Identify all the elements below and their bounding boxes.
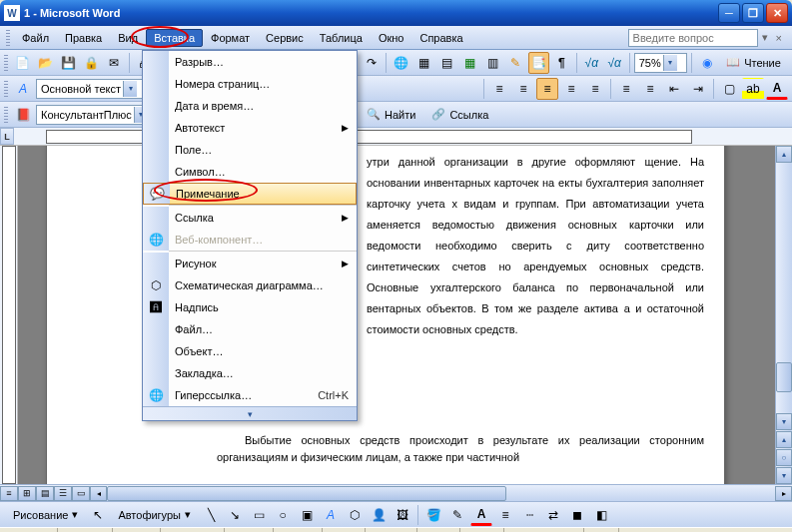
align-justify-button[interactable]: ≡ [536,78,558,100]
permission-button[interactable]: 🔒 [81,52,102,74]
menu-item-comment[interactable]: 💬Примечание [143,183,357,205]
font-color-button[interactable]: A [766,78,788,100]
document-map-button[interactable]: 📑 [528,52,549,74]
toolbar-grip[interactable] [4,107,8,123]
status-trk[interactable]: ИСПР [366,528,417,532]
arrow-button[interactable]: ↘ [224,504,246,526]
status-spell-icon[interactable]: 📖 [584,528,619,532]
clipart-button[interactable]: 👤 [368,504,390,526]
help-question-box[interactable] [628,29,758,47]
save-button[interactable]: 💾 [58,52,79,74]
3d-button[interactable]: ◧ [590,504,612,526]
diagram-button[interactable]: ⬡ [344,504,366,526]
reading-mode-button[interactable]: 📖Чтение [719,52,788,74]
menubar-close[interactable]: × [772,32,786,44]
toolbar-grip[interactable] [6,30,10,46]
menu-help[interactable]: Справка [411,29,470,47]
reading-view-button[interactable]: ▭ [72,486,90,501]
web-view-button[interactable]: ⊞ [18,486,36,501]
menu-tools[interactable]: Сервис [258,29,312,47]
menu-item-page-numbers[interactable]: Номера страниц… [143,73,357,95]
equation-button[interactable]: √α [581,52,602,74]
vertical-scrollbar[interactable]: ▴ ▾ ▴ ○ ▾ [775,146,792,484]
picture-button[interactable]: 🖼 [392,504,413,526]
line-spacing-button[interactable]: ≡ [584,78,606,100]
next-page-button[interactable]: ▾ [776,467,792,484]
font-color-button[interactable]: A [470,504,492,526]
highlight-button[interactable]: ab [742,78,764,100]
menu-edit[interactable]: Правка [57,29,110,47]
drawing-button[interactable]: ✎ [505,52,526,74]
borders-button[interactable]: ▢ [718,78,740,100]
maximize-button[interactable]: ❐ [742,3,764,23]
status-lang[interactable]: русский (Ро [504,528,584,532]
menu-view[interactable]: Вид [110,29,146,47]
open-button[interactable]: 📂 [35,52,56,74]
normal-view-button[interactable]: ≡ [0,486,18,501]
find-button[interactable]: 🔍Найти [360,104,422,126]
redo-button[interactable]: ↷ [361,52,382,74]
tables-borders-button[interactable]: ▦ [413,52,434,74]
consultant-combo[interactable]: КонсультантПлюс▾ [36,105,156,125]
scroll-left-button[interactable]: ◂ [90,486,107,501]
rectangle-button[interactable]: ▭ [248,504,270,526]
excel-button[interactable]: ▦ [459,52,480,74]
drawing-menu-button[interactable]: Рисование ▾ [6,504,85,526]
menu-item-bookmark[interactable]: Закладка… [143,362,357,384]
toolbar-grip[interactable] [4,55,8,71]
document-text[interactable]: утри данной организации в другие оформля… [367,151,704,339]
menu-item-object[interactable]: Объект… [143,340,357,362]
menu-item-field[interactable]: Поле… [143,139,357,161]
align-right-button[interactable]: ≡ [560,78,582,100]
menu-item-date-time[interactable]: Дата и время… [143,95,357,117]
email-button[interactable]: ✉ [104,52,125,74]
line-style-button[interactable]: ≡ [494,504,516,526]
hyperlink-button[interactable]: 🌐 [391,52,411,74]
equation2-button[interactable]: √α [604,52,625,74]
textbox-button[interactable]: ▣ [296,504,318,526]
menubar-dropdown[interactable]: ▾ [758,31,772,44]
menu-item-reference[interactable]: Ссылка▶ [143,207,357,229]
hscroll-track[interactable] [107,486,775,501]
menu-item-picture[interactable]: Рисунок▶ [143,253,357,274]
menu-table[interactable]: Таблица [312,29,371,47]
print-view-button[interactable]: ▤ [36,486,54,501]
hscroll-thumb[interactable] [107,486,506,501]
menu-item-file[interactable]: Файл… [143,318,357,340]
help-button[interactable]: ◉ [696,52,717,74]
line-button[interactable]: ╲ [200,504,222,526]
tab-selector[interactable]: L [0,128,14,145]
increase-indent-button[interactable]: ⇥ [687,78,709,100]
new-button[interactable]: 📄 [12,52,33,74]
align-left-button[interactable]: ≡ [488,78,510,100]
horizontal-ruler[interactable]: L [0,128,792,146]
columns-button[interactable]: ▥ [482,52,503,74]
toolbar-grip[interactable] [4,81,8,97]
select-objects-button[interactable]: ↖ [87,504,109,526]
status-ext[interactable]: ВДЛ [417,528,460,532]
autoshapes-button[interactable]: Автофигуры ▾ [111,504,198,526]
fill-color-button[interactable]: 🪣 [422,504,444,526]
link-button[interactable]: 🔗Ссылка [424,104,495,126]
numbering-button[interactable]: ≡ [615,78,637,100]
menu-item-diagram[interactable]: ⬡Схематическая диаграмма… [143,274,357,296]
decrease-indent-button[interactable]: ⇤ [663,78,685,100]
line-color-button[interactable]: ✎ [446,504,468,526]
prev-page-button[interactable]: ▴ [776,431,792,448]
oval-button[interactable]: ○ [272,504,294,526]
vertical-ruler[interactable] [0,146,18,484]
close-button[interactable]: ✕ [766,3,788,23]
zoom-combo[interactable]: 75%▾ [634,53,688,73]
scroll-up-button[interactable]: ▴ [776,146,792,163]
menu-item-symbol[interactable]: Символ… [143,161,357,183]
style-combo[interactable]: Основной текст▾ [36,79,156,99]
arrow-style-button[interactable]: ⇄ [542,504,564,526]
menu-insert[interactable]: Вставка [146,29,203,47]
dash-style-button[interactable]: ┄ [518,504,540,526]
insert-table-button[interactable]: ▤ [436,52,457,74]
menu-expand-button[interactable]: ▾ [143,406,357,420]
outline-view-button[interactable]: ☰ [54,486,72,501]
menu-format[interactable]: Формат [203,29,258,47]
consultant-icon[interactable]: 📕 [12,104,34,126]
status-rec[interactable]: ЗАП [323,528,366,532]
